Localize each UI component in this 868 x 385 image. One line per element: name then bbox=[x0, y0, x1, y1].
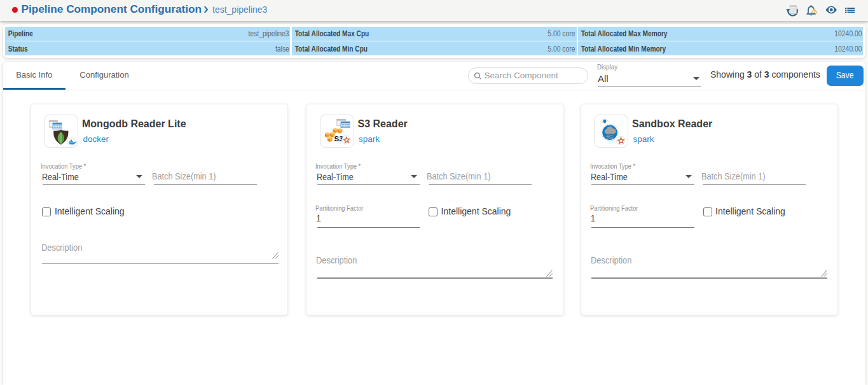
svg-text:S3: S3 bbox=[334, 135, 343, 143]
